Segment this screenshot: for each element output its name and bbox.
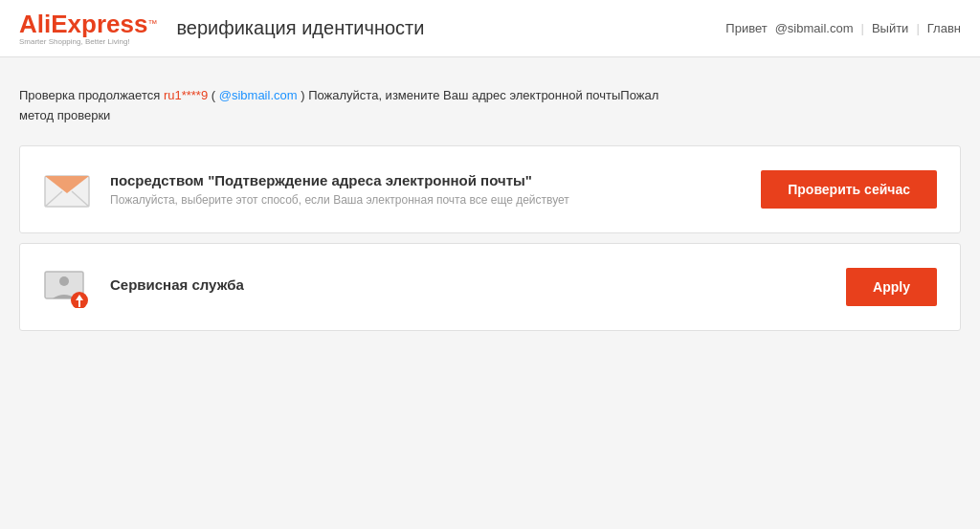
logout-link[interactable]: Выйти [872,21,909,35]
main-content: Проверка продолжается ru1****9 ( @sibmai… [0,57,980,360]
alert-bar: Проверка продолжается ru1****9 ( @sibmai… [19,77,961,145]
alert-paren-open: ( [212,88,215,102]
service-desk-content: Сервисная служба [110,276,827,298]
email-verify-content: посредством "Подтверждение адреса электр… [110,172,742,207]
alert-message: Пожалуйста, измените Ваш адрес электронн… [308,88,658,102]
svg-point-5 [59,276,69,286]
greet-label: Привет [725,21,767,35]
service-icon [43,263,91,311]
apply-button[interactable]: Apply [846,268,937,306]
email-icon-svg [43,170,91,209]
user-email: @sibmail.com [775,21,854,35]
alert-paren-close: ) [301,88,304,102]
email-icon [43,165,91,213]
page-title: верификация идентичности [176,17,706,39]
logo-area: AliExpress™ Smarter Shopping, Better Liv… [19,11,157,46]
logo-text: AliExpress [19,10,147,38]
service-desk-title: Сервисная служба [110,276,827,293]
logo: AliExpress™ [19,11,157,36]
email-verify-subtitle: Пожалуйста, выберите этот способ, если В… [110,193,742,207]
header-user-area: Привет @sibmail.com | Выйти | Главн [725,21,961,35]
nav-link[interactable]: Главн [927,21,961,35]
email-verify-title: посредством "Подтверждение адреса электр… [110,172,742,188]
logo-tagline: Smarter Shopping, Better Living! [19,38,157,46]
alert-user: ru1****9 [164,88,208,102]
alert-email: @sibmail.com [219,88,298,102]
service-desk-card: Сервисная служба Apply [19,243,961,331]
alert-prefix: Проверка продолжается [19,88,160,102]
service-icon-svg [43,266,91,308]
alert-method: метод проверки [19,108,110,122]
divider-2: | [916,21,919,35]
header: AliExpress™ Smarter Shopping, Better Liv… [0,0,980,57]
logo-tm: ™ [147,17,157,28]
divider-1: | [861,21,864,35]
email-verify-card: посредством "Подтверждение адреса электр… [19,145,961,233]
verify-now-button[interactable]: Проверить сейчас [761,170,937,209]
